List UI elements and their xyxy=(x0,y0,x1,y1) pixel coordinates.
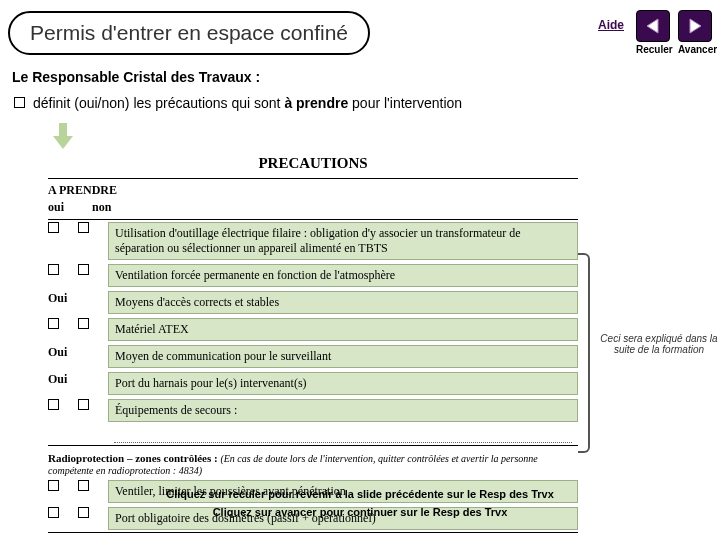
checkbox-oui[interactable] xyxy=(48,318,59,329)
form-row: Équipements de secours : xyxy=(48,397,578,424)
back-label: Reculer xyxy=(636,44,670,55)
precaution-text: Moyen de communication pour le surveilla… xyxy=(108,345,578,368)
forward-label: Avancer xyxy=(678,44,712,55)
checkbox-non[interactable] xyxy=(78,318,89,329)
checkbox-non[interactable] xyxy=(78,399,89,410)
form-row: OuiMoyen de communication pour le survei… xyxy=(48,343,578,370)
col-non-label: non xyxy=(92,200,122,215)
section-subtitle: Le Responsable Cristal des Travaux : xyxy=(0,59,720,93)
radio-section-header: Radioprotection – zones contrôlées : (En… xyxy=(48,446,578,478)
checkbox-non[interactable] xyxy=(78,264,89,275)
precaution-text: Équipements de secours : xyxy=(108,399,578,422)
checkbox-non[interactable] xyxy=(78,222,89,233)
triangle-right-icon xyxy=(686,17,704,35)
precaution-text: Utilisation d'outillage électrique filai… xyxy=(108,222,578,260)
form-subheader: A PRENDRE xyxy=(48,179,578,200)
checkbox-oui[interactable] xyxy=(48,264,59,275)
form-row: Utilisation d'outillage électrique filai… xyxy=(48,220,578,262)
form-row: OuiMoyens d'accès corrects et stables xyxy=(48,289,578,316)
precaution-text: Matériel ATEX xyxy=(108,318,578,341)
side-annotation: Ceci sera expliqué dans la suite de la f… xyxy=(590,333,720,355)
brace-icon xyxy=(578,253,590,453)
checkbox-oui[interactable] xyxy=(48,399,59,410)
page-title: Permis d'entrer en espace confiné xyxy=(8,11,370,55)
svg-marker-0 xyxy=(647,19,658,33)
dotted-line xyxy=(114,429,572,443)
svg-marker-1 xyxy=(690,19,701,33)
checkbox-oui[interactable] xyxy=(48,222,59,233)
triangle-left-icon xyxy=(644,17,662,35)
forward-button[interactable] xyxy=(678,10,712,42)
bullet-item: définit (oui/non) les précautions qui so… xyxy=(0,93,720,121)
footer-hint-back: Cliquez sur reculer pour revenir à la sl… xyxy=(0,488,720,500)
form-row: Ventilation forcée permanente en fonctio… xyxy=(48,262,578,289)
back-button[interactable] xyxy=(636,10,670,42)
form-row: Matériel ATEX xyxy=(48,316,578,343)
svg-rect-2 xyxy=(59,123,67,136)
form-title: PRECAUTIONS xyxy=(48,155,578,178)
col-oui-label: oui xyxy=(48,200,78,215)
help-link[interactable]: Aide xyxy=(598,10,624,32)
precaution-text: Port du harnais pour le(s) intervenant(s… xyxy=(108,372,578,395)
svg-marker-3 xyxy=(53,136,73,149)
square-bullet-icon xyxy=(14,97,25,108)
footer-hint-forward: Cliquez sur avancer pour continuer sur l… xyxy=(0,506,720,518)
precautions-form: PRECAUTIONS A PRENDRE oui non Utilisatio… xyxy=(48,155,578,533)
form-row: OuiPort du harnais pour le(s) intervenan… xyxy=(48,370,578,397)
precaution-text: Moyens d'accès corrects et stables xyxy=(108,291,578,314)
precaution-text: Ventilation forcée permanente en fonctio… xyxy=(108,264,578,287)
arrow-down-icon xyxy=(48,121,78,151)
